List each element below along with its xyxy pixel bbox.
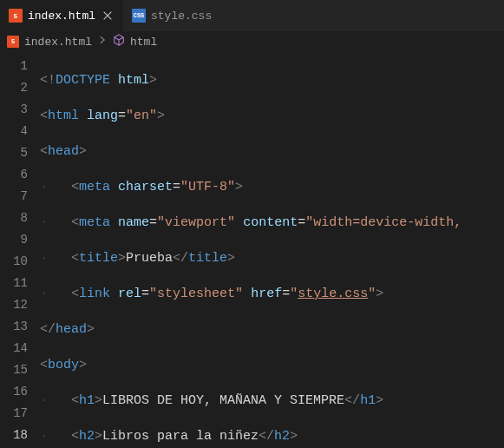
line-number: 4 (0, 121, 28, 142)
line-number: 13 (0, 316, 28, 338)
tab-index-html[interactable]: 5 index.html (0, 0, 123, 31)
line-number: 14 (0, 338, 28, 359)
html5-icon: 5 (9, 9, 23, 23)
line-number: 16 (0, 381, 28, 403)
line-number: 7 (0, 186, 28, 208)
line-number: 10 (0, 251, 28, 273)
code-line: </head> (40, 319, 504, 340)
tab-style-css[interactable]: CSS style.css (123, 0, 220, 31)
breadcrumb-symbol: html (130, 36, 157, 49)
breadcrumb-file: index.html (24, 36, 92, 49)
line-number: 17 (0, 403, 28, 425)
tab-bar: 5 index.html CSS style.css (0, 0, 504, 31)
code-line: · <h2>Libros para la niñez</h2> (40, 425, 504, 447)
line-number: 9 (0, 229, 28, 251)
code-line: · <link rel="stylesheet" href="style.css… (40, 283, 504, 305)
line-number: 6 (0, 164, 28, 186)
close-icon[interactable] (101, 9, 115, 23)
code-line: · <h1>LIBROS DE HOY, MAÑANA Y SIEMPRE</h… (40, 390, 504, 412)
line-number: 18 (0, 425, 28, 446)
code-line: <head> (40, 141, 504, 162)
code-line: <html lang="en"> (40, 105, 504, 127)
code-line: · <meta charset="UTF-8"> (40, 176, 504, 198)
line-number: 12 (0, 294, 28, 316)
css-icon: CSS (132, 9, 146, 23)
line-number: 15 (0, 359, 28, 381)
tab-label: index.html (28, 10, 95, 23)
chevron-right-icon (97, 35, 108, 49)
html5-icon: 5 (7, 36, 19, 48)
line-number: 2 (0, 77, 28, 99)
line-number: 5 (0, 142, 28, 164)
code-line: · <meta name="viewport" content="width=d… (40, 212, 504, 234)
line-number: 8 (0, 208, 28, 229)
line-number: 3 (0, 99, 28, 121)
line-gutter: 1 2 3 4 5 6 7 8 9 10 11 12 13 14 15 16 1… (0, 52, 40, 448)
code-line: <body> (40, 354, 504, 376)
line-number: 1 (0, 56, 28, 77)
code-line: <!DOCTYPE html> (40, 69, 504, 91)
breadcrumb[interactable]: 5 index.html html (0, 31, 504, 52)
tab-label: style.css (151, 10, 212, 23)
symbol-icon (113, 34, 125, 49)
code-content[interactable]: <!DOCTYPE html> <html lang="en"> <head> … (40, 52, 504, 448)
line-number: 11 (0, 273, 28, 294)
code-editor[interactable]: 1 2 3 4 5 6 7 8 9 10 11 12 13 14 15 16 1… (0, 52, 504, 448)
code-line: · <title>Prueba</title> (40, 247, 504, 269)
